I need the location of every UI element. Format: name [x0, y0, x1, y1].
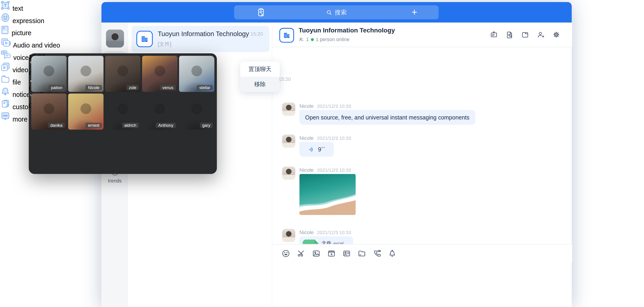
- trends-label: trends: [102, 178, 128, 184]
- folder-icon[interactable]: [357, 249, 366, 258]
- chat-subtitle: 1 1 person online: [299, 36, 350, 42]
- group-avatar: [136, 31, 153, 47]
- search-icon: [326, 9, 332, 15]
- conversation-preview: [文件]: [158, 41, 172, 48]
- avatar: [282, 229, 295, 242]
- emoji-icon[interactable]: [281, 249, 290, 258]
- video-tile: ernest: [68, 93, 103, 129]
- message-time: 2021/12/3 10:33: [317, 168, 351, 173]
- group-file-icon[interactable]: [521, 30, 530, 39]
- building-icon: [140, 34, 150, 44]
- my-avatar[interactable]: [106, 29, 124, 47]
- participant-name: venus: [160, 85, 176, 90]
- building-icon: [282, 31, 291, 40]
- group-call-panel: patton Nicole zole venus stellar danika …: [29, 53, 217, 174]
- participant-name: Nicole: [86, 85, 102, 90]
- message-time: 2021/12/3 10:33: [317, 104, 351, 109]
- video-tile: gary: [179, 93, 214, 129]
- chat-header: Tuoyun Information Technology 1 1 person…: [272, 23, 572, 47]
- video-grid: patton Nicole zole venus stellar danika …: [31, 56, 214, 129]
- video-tile: aldrich: [105, 93, 140, 129]
- settings-gear-icon[interactable]: [552, 30, 561, 39]
- sender-name: Nicole: [299, 103, 314, 109]
- notification-bell-icon[interactable]: [388, 249, 397, 258]
- chat-title: Tuoyun Information Technology: [299, 27, 395, 34]
- expression-icon: [0, 17, 12, 24]
- audio-video-icon: [0, 42, 13, 49]
- group-notice-icon[interactable]: [490, 30, 498, 39]
- video-clip-icon[interactable]: [327, 249, 336, 258]
- members-icon: [299, 37, 304, 42]
- menu-item-remove[interactable]: 移除: [240, 77, 280, 92]
- participant-name: danika: [48, 123, 65, 128]
- conversation-title: Tuoyun Information Technology: [158, 30, 249, 38]
- video-tile: patton: [31, 56, 66, 92]
- image-icon[interactable]: [312, 249, 321, 258]
- menu-item-pin-chat[interactable]: 置顶聊天: [240, 61, 280, 76]
- conversation-time: 15:20: [250, 31, 263, 37]
- video-tile: venus: [142, 56, 177, 92]
- context-menu: 置顶聊天 移除: [240, 61, 280, 92]
- search-placeholder: 搜索: [335, 8, 347, 16]
- screen: 搜索 + trends: [0, 0, 644, 307]
- add-plus-button[interactable]: +: [412, 6, 417, 19]
- search-input[interactable]: 搜索 +: [234, 5, 439, 19]
- member-count: 1: [306, 36, 309, 42]
- sender-name: Nicole: [299, 167, 314, 173]
- voice-bubble[interactable]: 9``: [299, 142, 334, 157]
- text-bubble: Open source, free, and universal instant…: [299, 110, 475, 125]
- participant-name: ernest: [86, 123, 102, 128]
- participant-name: patton: [48, 85, 65, 90]
- more-dots-icon: [0, 116, 12, 123]
- picture-icon: [0, 29, 12, 36]
- video-tile: Nicole: [68, 56, 103, 92]
- conversation-item[interactable]: Tuoyun Information Technology [文件] 15:20: [132, 26, 270, 52]
- notice-bell-icon: [0, 91, 12, 98]
- sender-name: Nicole: [299, 230, 314, 236]
- participant-name: zole: [126, 85, 139, 90]
- participant-name: aldrich: [122, 123, 139, 128]
- participant-name: gary: [200, 123, 213, 128]
- video-tile: danika: [31, 93, 66, 129]
- custom-doc-icon: [0, 103, 12, 111]
- contact-card-icon[interactable]: [342, 249, 351, 258]
- add-member-icon[interactable]: [536, 30, 545, 39]
- video-tile: stellar: [179, 56, 214, 92]
- sender-name: Nicole: [299, 135, 314, 141]
- participant-name: Anthony: [156, 123, 176, 128]
- voice-wave-icon: [308, 146, 315, 153]
- chat-history-search-icon[interactable]: [505, 30, 514, 39]
- avatar: [282, 103, 295, 116]
- beach-photo[interactable]: [299, 174, 356, 215]
- chat-group-avatar: [279, 28, 294, 43]
- video-tile: Anthony: [142, 93, 177, 129]
- voice-icon: [0, 54, 13, 61]
- file-folder-icon: [0, 79, 12, 86]
- avatar: [282, 167, 295, 180]
- top-bar: 搜索 +: [102, 2, 572, 23]
- video-icon: [0, 66, 12, 73]
- voice-duration: 9``: [318, 146, 325, 153]
- message-time: 2021/12/3 10:33: [317, 230, 351, 235]
- input-toolbar: [272, 244, 572, 262]
- message-time: 2021/12/3 10:33: [317, 136, 351, 141]
- online-dot: [311, 38, 314, 41]
- order-clipboard-icon[interactable]: [256, 7, 266, 19]
- chat-area: Tuoyun Information Technology 1 1 person…: [272, 23, 572, 307]
- participant-name: stellar: [197, 85, 213, 90]
- screenshot-scissors-icon[interactable]: [296, 249, 306, 258]
- video-tile: zole: [105, 56, 140, 92]
- video-call-icon[interactable]: [372, 249, 382, 258]
- online-status: 1 person online: [316, 36, 350, 42]
- avatar: [282, 135, 295, 148]
- text-icon: [0, 5, 12, 12]
